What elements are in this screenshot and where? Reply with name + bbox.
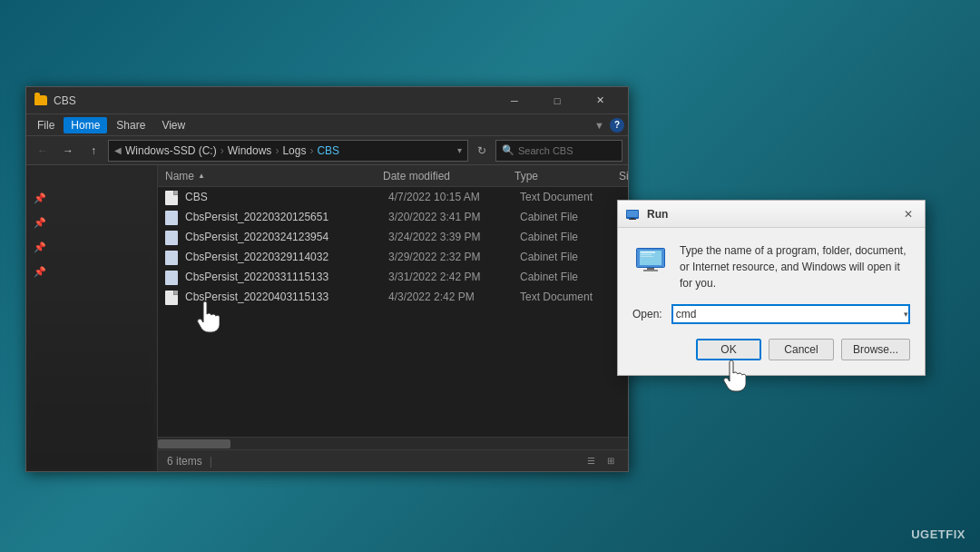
breadcrumb-windows[interactable]: Windows [228, 144, 272, 157]
run-title-bar: Run ✕ [618, 201, 925, 228]
run-dialog: Run ✕ Type the name of a program, f [617, 200, 926, 376]
refresh-button[interactable]: ↻ [472, 141, 492, 161]
svg-rect-1 [627, 211, 638, 217]
breadcrumb-logs[interactable]: Logs [282, 144, 306, 157]
table-row[interactable]: CbsPersist_202203291140323/29/2022 2:32 … [158, 247, 628, 267]
run-dialog-title: Run [647, 208, 668, 221]
file-date: 3/31/2022 2:42 PM [388, 271, 520, 283]
run-buttons: OK Cancel Browse... [632, 339, 910, 360]
table-row[interactable]: CBS4/7/2022 10:15 AMText Document14,2 [158, 187, 628, 207]
help-icon[interactable]: ? [610, 118, 624, 133]
watermark: UGETFIX [911, 527, 965, 541]
file-name: CbsPersist_20220324123954 [185, 231, 388, 243]
title-bar: CBS ─ □ ✕ [26, 87, 628, 114]
search-input[interactable] [518, 145, 616, 156]
search-icon: 🔍 [502, 144, 514, 156]
run-description: Type the name of a program, folder, docu… [680, 242, 910, 291]
svg-rect-10 [647, 268, 654, 270]
run-input-chevron-icon[interactable]: ▾ [904, 310, 908, 319]
file-name: CbsPersist_20220320125651 [185, 211, 388, 223]
window-title: CBS [54, 94, 76, 107]
file-icon [165, 271, 180, 283]
back-button[interactable]: ← [32, 140, 54, 162]
breadcrumb-sep1: › [220, 144, 224, 157]
explorer-window: CBS ─ □ ✕ File Home Share View ▼ ? ← → ↑… [25, 86, 629, 472]
file-icon [165, 251, 180, 263]
file-date: 3/29/2022 2:32 PM [388, 251, 520, 263]
menu-home[interactable]: Home [64, 117, 107, 133]
table-row[interactable]: CbsPersist_202204031151334/3/2022 2:42 P… [158, 287, 628, 307]
file-name: CBS [185, 191, 388, 203]
close-button[interactable]: ✕ [579, 88, 621, 113]
file-icon [165, 211, 180, 223]
breadcrumb-sep3: › [309, 144, 313, 157]
file-name: CbsPersist_20220403115133 [185, 291, 388, 303]
pin-icon-2[interactable]: 📌 [34, 217, 46, 229]
up-button[interactable]: ↑ [83, 140, 104, 162]
table-row[interactable]: CbsPersist_202203311151333/31/2022 2:42 … [158, 267, 628, 287]
svg-rect-11 [643, 270, 658, 271]
file-icon [165, 191, 180, 203]
file-type: Text Document [520, 291, 624, 303]
menu-share[interactable]: Share [109, 117, 152, 133]
toolbar: ← → ↑ ◀ Windows-SSD (C:) › Windows › Log… [26, 136, 628, 165]
pin-icon-4[interactable]: 📌 [34, 266, 46, 278]
breadcrumb-cbs: CBS [317, 144, 339, 157]
sidebar-pin-icons: 📌 📌 📌 📌 [34, 192, 46, 278]
maximize-button[interactable]: □ [536, 88, 578, 113]
run-close-button[interactable]: ✕ [899, 205, 917, 223]
run-title-icon [625, 207, 640, 222]
column-headers: Name ▲ Date modified Type Size [158, 165, 628, 187]
menu-view[interactable]: View [154, 117, 192, 133]
address-chevron-icon[interactable]: ▾ [457, 145, 462, 155]
table-row[interactable]: CbsPersist_202203201256513/20/2022 3:41 … [158, 207, 628, 227]
explorer-body: 📌 📌 📌 📌 Name ▲ Date modified Type Size [26, 165, 628, 471]
run-title-left: Run [625, 207, 668, 222]
title-bar-controls: ─ □ ✕ [494, 88, 621, 113]
col-header-name[interactable]: Name ▲ [165, 170, 383, 182]
table-row[interactable]: CbsPersist_202203241239543/24/2022 3:39 … [158, 227, 628, 247]
run-computer-icon [632, 242, 669, 279]
col-header-size[interactable]: Size [619, 170, 628, 182]
file-type: Cabinet File [520, 271, 624, 283]
search-box[interactable]: 🔍 [495, 140, 622, 162]
title-bar-left: CBS [34, 94, 76, 108]
sort-arrow-icon: ▲ [198, 172, 205, 180]
file-name: CbsPersist_20220331115133 [185, 271, 388, 283]
svg-rect-9 [641, 256, 653, 257]
run-dialog-body: Type the name of a program, folder, docu… [618, 228, 925, 375]
run-input-wrapper[interactable]: ▾ [671, 304, 910, 324]
file-date: 4/7/2022 10:15 AM [388, 191, 520, 203]
address-bar[interactable]: ◀ Windows-SSD (C:) › Windows › Logs › CB… [108, 140, 468, 162]
run-ok-button[interactable]: OK [696, 339, 761, 360]
menu-expand[interactable]: ▼ [594, 120, 604, 131]
forward-button[interactable]: → [57, 140, 79, 162]
col-header-date[interactable]: Date modified [383, 170, 514, 182]
menu-file[interactable]: File [30, 117, 62, 133]
file-icon [165, 291, 180, 303]
run-content: Type the name of a program, folder, docu… [632, 242, 910, 291]
file-type: Cabinet File [520, 251, 624, 263]
minimize-button[interactable]: ─ [494, 88, 535, 113]
breadcrumb-drive[interactable]: Windows-SSD (C:) [125, 144, 217, 157]
status-separator: | [210, 455, 212, 468]
run-browse-button[interactable]: Browse... [841, 339, 910, 360]
pin-icon-3[interactable]: 📌 [34, 242, 46, 253]
main-content: Name ▲ Date modified Type Size CBS4/7/20… [158, 165, 628, 471]
run-input-field[interactable] [671, 304, 910, 324]
pin-icon-1[interactable]: 📌 [34, 192, 46, 204]
scrollbar-thumb[interactable] [158, 439, 230, 448]
run-cancel-button[interactable]: Cancel [769, 339, 834, 360]
file-date: 3/20/2022 3:41 PM [388, 211, 520, 223]
file-name: CbsPersist_20220329114032 [185, 251, 388, 263]
file-icon [165, 231, 180, 243]
horizontal-scrollbar[interactable] [158, 437, 628, 449]
details-view-btn[interactable]: ☰ [583, 453, 599, 469]
tiles-view-btn[interactable]: ⊞ [603, 453, 619, 469]
file-type: Text Document [520, 191, 624, 203]
col-header-type[interactable]: Type [514, 170, 619, 182]
run-open-label: Open: [632, 308, 662, 320]
menu-bar: File Home Share View ▼ ? [26, 114, 628, 136]
item-count: 6 items [167, 455, 202, 468]
svg-rect-3 [629, 219, 636, 220]
